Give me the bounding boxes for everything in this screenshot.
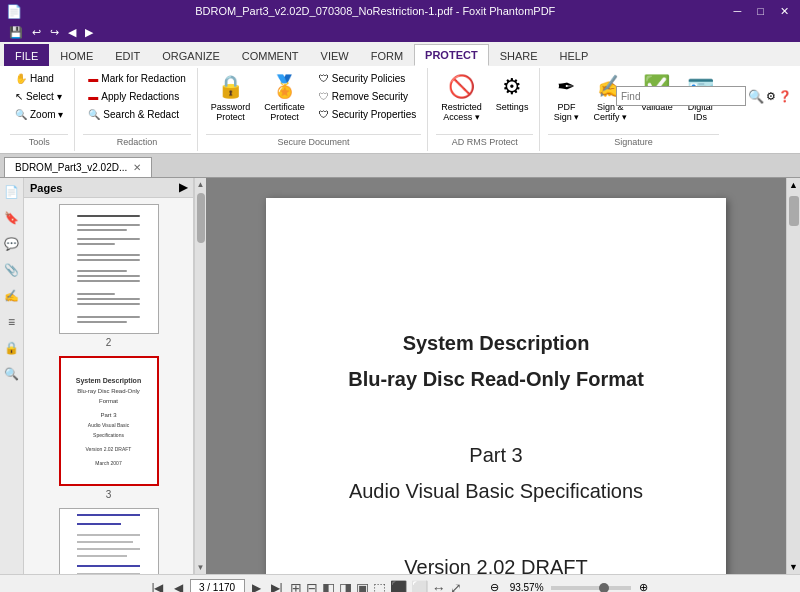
undo-qa-button[interactable]: ↩ xyxy=(29,25,44,40)
save-qa-button[interactable]: 💾 xyxy=(6,25,26,40)
pages-scroll-down-button[interactable]: ▼ xyxy=(197,563,205,572)
redo-qa-button[interactable]: ↪ xyxy=(47,25,62,40)
pdf-page: System Description Blu-ray Disc Read-Onl… xyxy=(266,198,726,574)
zoom-slider[interactable] xyxy=(551,586,631,590)
page-num-2: 2 xyxy=(106,337,112,348)
certificate-protect-button[interactable]: 🏅 CertificateProtect xyxy=(259,70,310,126)
tab-comment[interactable]: COMMENT xyxy=(231,44,310,66)
adrms-group-label: AD RMS Protect xyxy=(436,134,533,149)
tab-file[interactable]: FILE xyxy=(4,44,49,66)
ribbon-group-secure: 🔒 PasswordProtect 🏅 CertificateProtect 🛡… xyxy=(200,68,429,151)
right-scrollbar[interactable]: ▲ ▼ xyxy=(786,178,800,574)
title-bar: 📄 BDROM_Part3_v2.02D_070308_NoRestrictio… xyxy=(0,0,800,22)
zoom-level: 93.57% xyxy=(507,582,547,592)
document-tab[interactable]: BDROM_Part3_v2.02D... ✕ xyxy=(4,157,152,177)
title-bar-title: BDROM_Part3_v2.02D_070308_NoRestriction-… xyxy=(22,5,729,17)
zoom-in-button[interactable]: ⊕ xyxy=(635,580,652,592)
password-protect-button[interactable]: 🔒 PasswordProtect xyxy=(206,70,256,126)
tab-protect[interactable]: PROTECT xyxy=(414,44,489,66)
pages-list[interactable]: 2 System Description Blu-ray Disc Read-O… xyxy=(24,198,193,574)
facing-icon[interactable]: ◧ xyxy=(322,580,335,593)
next-page-button[interactable]: ▶ xyxy=(249,580,264,593)
tab-share[interactable]: SHARE xyxy=(489,44,549,66)
page-thumb-4[interactable]: 4 xyxy=(30,508,187,574)
fit-width-icon[interactable]: ⬚ xyxy=(373,580,386,593)
search-tool-button[interactable]: 🔍 xyxy=(2,364,22,384)
pages-tool-button[interactable]: 📄 xyxy=(2,182,22,202)
prev-page-button[interactable]: ◀ xyxy=(171,580,186,593)
tab-home[interactable]: HOME xyxy=(49,44,104,66)
page-thumb-3[interactable]: System Description Blu-ray Disc Read-Onl… xyxy=(30,356,187,500)
remove-security-button[interactable]: 🛡 Remove Security xyxy=(314,88,421,105)
doc-tab-close-button[interactable]: ✕ xyxy=(133,162,141,173)
search-options-icon[interactable]: ⚙ xyxy=(766,90,776,103)
page-thumb-2[interactable]: 2 xyxy=(30,204,187,348)
ribbon-tab-bar: FILE HOME EDIT ORGANIZE COMMENT VIEW FOR… xyxy=(0,42,800,66)
maximize-button[interactable]: □ xyxy=(752,4,769,19)
help-icon[interactable]: ❓ xyxy=(778,90,792,103)
fit-page-icon[interactable]: ▣ xyxy=(356,580,369,593)
secure-group-label: Secure Document xyxy=(206,134,422,149)
zoom-slider-thumb xyxy=(599,583,609,593)
forward-qa-button[interactable]: ▶ xyxy=(82,25,96,40)
apply-redactions-button[interactable]: ▬ Apply Redactions xyxy=(83,88,190,105)
select-tool-button[interactable]: ↖ Select ▾ xyxy=(10,88,68,105)
back-qa-button[interactable]: ◀ xyxy=(65,25,79,40)
comments-tool-button[interactable]: 💬 xyxy=(2,234,22,254)
tab-organize[interactable]: ORGANIZE xyxy=(151,44,230,66)
pages-scroll-thumb xyxy=(197,193,205,243)
last-page-button[interactable]: ▶| xyxy=(268,580,286,593)
zoom-tool-button[interactable]: 🔍 Zoom ▾ xyxy=(10,106,68,123)
security-policies-button[interactable]: 🛡 Security Policies xyxy=(314,70,421,87)
fit-height-icon[interactable]: ⬛ xyxy=(390,580,407,593)
close-button[interactable]: ✕ xyxy=(775,4,794,19)
page-input[interactable] xyxy=(190,579,245,593)
first-page-button[interactable]: |◀ xyxy=(148,580,166,593)
zoom-out-button[interactable]: ⊖ xyxy=(486,580,503,592)
pages-panel-container: Pages ▶ xyxy=(24,178,206,574)
tab-edit[interactable]: EDIT xyxy=(104,44,151,66)
left-toolbar: 📄 🔖 💬 📎 ✍ ≡ 🔒 🔍 xyxy=(0,178,24,574)
search-input[interactable] xyxy=(616,86,746,106)
pages-scrollbar[interactable]: ▲ ▼ xyxy=(194,178,206,574)
continuous-icon[interactable]: ⊟ xyxy=(306,580,318,593)
cover-facing-icon[interactable]: ◨ xyxy=(339,580,352,593)
attachments-tool-button[interactable]: 📎 xyxy=(2,260,22,280)
mark-redaction-button[interactable]: ▬ Mark for Redaction xyxy=(83,70,190,87)
pdf-content: System Description Blu-ray Disc Read-Onl… xyxy=(348,325,644,574)
search-redact-button[interactable]: 🔍 Search & Redact xyxy=(83,106,190,123)
bookmarks-tool-button[interactable]: 🔖 xyxy=(2,208,22,228)
quick-access-toolbar: 💾 ↩ ↪ ◀ ▶ xyxy=(0,22,800,42)
ribbon-group-redaction: ▬ Mark for Redaction ▬ Apply Redactions … xyxy=(77,68,197,151)
minimize-button[interactable]: ─ xyxy=(729,4,747,19)
tab-help[interactable]: HELP xyxy=(549,44,600,66)
apply-icon: ▬ xyxy=(88,91,98,102)
search-icon[interactable]: 🔍 xyxy=(748,89,764,104)
pages-scroll-up-button[interactable]: ▲ xyxy=(197,180,205,189)
signatures-tool-button[interactable]: ✍ xyxy=(2,286,22,306)
security-properties-button[interactable]: 🛡 Security Properties xyxy=(314,106,421,123)
reflow-icon[interactable]: ↔ xyxy=(432,580,446,593)
vscroll-up-button[interactable]: ▲ xyxy=(787,178,800,192)
lock-tool-button[interactable]: 🔒 xyxy=(2,338,22,358)
tab-form[interactable]: FORM xyxy=(360,44,414,66)
single-page-icon[interactable]: ⊞ xyxy=(290,580,302,593)
layers-tool-button[interactable]: ≡ xyxy=(2,312,22,332)
restricted-access-button[interactable]: 🚫 RestrictedAccess ▾ xyxy=(436,70,487,126)
fullscreen-icon[interactable]: ⤢ xyxy=(450,580,462,593)
vscroll-down-button[interactable]: ▼ xyxy=(787,560,800,574)
page-thumb-img-3: System Description Blu-ray Disc Read-Onl… xyxy=(59,356,159,486)
remove-security-icon: 🛡 xyxy=(319,91,329,102)
pdf-line4: Audio Visual Basic Specifications xyxy=(348,473,644,509)
pages-panel-collapse-button[interactable]: ▶ xyxy=(179,181,187,194)
adrms-buttons: 🚫 RestrictedAccess ▾ ⚙ Settings xyxy=(436,70,533,132)
actual-size-icon[interactable]: ⬜ xyxy=(411,580,428,593)
restricted-icon: 🚫 xyxy=(448,74,475,100)
pdf-line3: Part 3 xyxy=(348,437,644,473)
settings-button[interactable]: ⚙ Settings xyxy=(491,70,534,116)
pdf-sign-button[interactable]: ✒ PDFSign ▾ xyxy=(548,70,584,126)
ribbon-group-tools: ✋ Hand ↖ Select ▾ 🔍 Zoom ▾ Tools xyxy=(4,68,75,151)
policies-icon: 🛡 xyxy=(319,73,329,84)
tab-view[interactable]: VIEW xyxy=(310,44,360,66)
hand-tool-button[interactable]: ✋ Hand xyxy=(10,70,68,87)
